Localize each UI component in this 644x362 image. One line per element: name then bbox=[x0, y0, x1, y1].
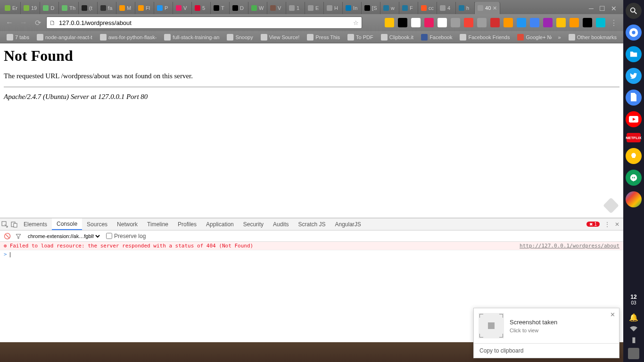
bookmark-item[interactable]: Snoopy bbox=[224, 33, 256, 41]
bookmark-item[interactable]: Clipbook.it bbox=[378, 33, 416, 41]
forward-button[interactable]: → bbox=[18, 17, 29, 28]
bookmark-item[interactable]: Facebook bbox=[418, 33, 455, 41]
notification-close-icon[interactable]: ✕ bbox=[610, 311, 615, 318]
browser-tab[interactable]: 19 bbox=[21, 2, 40, 14]
extension-icon[interactable] bbox=[451, 18, 460, 27]
devtools-tab-profiles[interactable]: Profiles bbox=[173, 218, 201, 230]
browser-tab[interactable]: T bbox=[211, 2, 230, 14]
extension-icon[interactable] bbox=[411, 18, 421, 27]
preserve-log-checkbox[interactable]: Preserve log bbox=[106, 233, 146, 239]
youtube-icon[interactable] bbox=[626, 111, 642, 127]
inspect-element-icon[interactable] bbox=[0, 219, 9, 230]
bookmark-item[interactable]: Press This bbox=[304, 33, 343, 41]
browser-tab[interactable]: F bbox=[399, 2, 418, 14]
devtools-menu-icon[interactable]: ⋮ bbox=[604, 221, 610, 228]
battery-tray-icon[interactable]: ▮ bbox=[632, 335, 636, 344]
extension-icon[interactable] bbox=[464, 18, 473, 27]
browser-tab[interactable]: 40✕ bbox=[475, 2, 500, 14]
devtools-tab-network[interactable]: Network bbox=[112, 218, 142, 230]
extension-icon[interactable] bbox=[385, 18, 394, 27]
user-avatar-icon[interactable] bbox=[628, 348, 639, 359]
maximize-button[interactable]: ☐ bbox=[599, 5, 605, 12]
browser-tab[interactable]: D bbox=[230, 2, 248, 14]
browser-tab[interactable]: cc bbox=[418, 2, 437, 14]
browser-tab[interactable]: V bbox=[173, 2, 192, 14]
clear-console-icon[interactable]: 🚫 bbox=[4, 233, 11, 239]
devtools-tab-timeline[interactable]: Timeline bbox=[142, 218, 173, 230]
browser-tab[interactable]: fa bbox=[98, 2, 116, 14]
extension-icon[interactable] bbox=[438, 18, 447, 27]
extension-icon[interactable] bbox=[530, 18, 539, 27]
browser-tab[interactable]: 4 bbox=[437, 2, 456, 14]
close-tab-icon[interactable]: ✕ bbox=[493, 5, 497, 11]
wifi-tray-icon[interactable] bbox=[630, 326, 637, 331]
context-selector[interactable]: chrome-extension://ak…fgblhkl ▼ bbox=[26, 233, 101, 239]
extension-icon[interactable] bbox=[517, 18, 526, 27]
docs-icon[interactable] bbox=[626, 90, 642, 106]
extension-icon[interactable] bbox=[398, 18, 407, 27]
browser-tab[interactable]: [S bbox=[362, 2, 380, 14]
extension-icon[interactable] bbox=[583, 18, 592, 27]
extension-icon[interactable] bbox=[490, 18, 500, 27]
browser-tab[interactable]: h bbox=[456, 2, 475, 14]
bookmark-item[interactable]: View Source! bbox=[258, 33, 303, 41]
extension-icon[interactable] bbox=[556, 18, 566, 27]
browser-tab[interactable]: E bbox=[305, 2, 324, 14]
browser-tab[interactable]: 5 bbox=[192, 2, 211, 14]
devtools-tab-audits[interactable]: Audits bbox=[268, 218, 293, 230]
search-icon[interactable] bbox=[626, 3, 642, 19]
back-button[interactable]: ← bbox=[4, 17, 15, 28]
browser-tab[interactable]: Th bbox=[59, 2, 79, 14]
files-app-icon[interactable] bbox=[626, 46, 642, 62]
browser-tab[interactable]: Fl bbox=[135, 2, 154, 14]
notifications-tray-icon[interactable]: 🔔 bbox=[629, 313, 638, 322]
reload-button[interactable]: ⟳ bbox=[32, 17, 43, 28]
devtools-tab-security[interactable]: Security bbox=[239, 218, 268, 230]
system-clock[interactable]: 12 03 bbox=[630, 292, 636, 307]
bookmark-item[interactable]: 7 tabs bbox=[4, 33, 32, 41]
devtools-tab-sources[interactable]: Sources bbox=[82, 218, 112, 230]
chrome-menu-button[interactable]: ⋮ bbox=[608, 17, 619, 28]
devtools-close-icon[interactable]: ✕ bbox=[615, 221, 619, 228]
bookmark-item[interactable]: Google+ Notification bbox=[514, 33, 551, 41]
twitter-icon[interactable] bbox=[626, 68, 642, 84]
bookmark-item[interactable]: To PDF bbox=[345, 33, 376, 41]
bookmark-item[interactable]: Facebook Friends bbox=[457, 33, 512, 41]
keep-icon[interactable] bbox=[626, 148, 642, 164]
filter-icon[interactable] bbox=[16, 233, 21, 239]
page-info-icon[interactable]: 🗋 bbox=[50, 19, 56, 26]
console-error-source[interactable]: http://127.0.0.1/wordpress/about bbox=[520, 243, 619, 249]
bookmarks-overflow[interactable]: » bbox=[555, 33, 564, 41]
bookmark-item[interactable]: aws-for-python-flask- bbox=[97, 33, 160, 41]
browser-tab[interactable]: P bbox=[154, 2, 173, 14]
browser-tab[interactable]: M bbox=[116, 2, 135, 14]
address-bar[interactable]: 🗋 127.0.0.1/wordpress/about ☆ bbox=[46, 16, 362, 29]
hangouts-icon[interactable] bbox=[626, 170, 642, 186]
other-bookmarks[interactable]: Other bookmarks bbox=[566, 33, 619, 41]
browser-tab[interactable]: W bbox=[248, 2, 267, 14]
devtools-tab-console[interactable]: Console bbox=[52, 218, 82, 230]
browser-tab[interactable]: Er bbox=[2, 2, 21, 14]
extension-icon[interactable] bbox=[543, 18, 553, 27]
console-prompt[interactable]: > bbox=[0, 250, 623, 258]
close-window-button[interactable]: ✕ bbox=[611, 5, 617, 12]
devtools-tab-scratch-js[interactable]: Scratch JS bbox=[293, 218, 330, 230]
bookmark-star-icon[interactable]: ☆ bbox=[353, 19, 359, 26]
browser-tab[interactable]: w bbox=[380, 2, 399, 14]
bookmark-item[interactable]: full-stack-training-an bbox=[161, 33, 222, 41]
browser-tab[interactable]: D bbox=[40, 2, 59, 14]
browser-tab[interactable]: V bbox=[267, 2, 286, 14]
devtools-tab-application[interactable]: Application bbox=[201, 218, 239, 230]
browser-tab[interactable]: H bbox=[324, 2, 343, 14]
extension-icon[interactable] bbox=[424, 18, 434, 27]
bookmark-item[interactable]: node-angular-react-t bbox=[34, 33, 95, 41]
toggle-device-icon[interactable] bbox=[9, 219, 19, 230]
extension-icon[interactable] bbox=[504, 18, 513, 27]
notification-body[interactable]: Screenshot taken Click to view bbox=[474, 308, 619, 343]
netflix-icon[interactable]: NETFLIX bbox=[627, 133, 641, 142]
drive-icon[interactable] bbox=[626, 191, 642, 207]
browser-tab[interactable]: In bbox=[343, 2, 362, 14]
minimize-button[interactable]: ─ bbox=[589, 5, 594, 12]
browser-tab[interactable]: 1 bbox=[286, 2, 305, 14]
extension-icon[interactable] bbox=[477, 18, 487, 27]
